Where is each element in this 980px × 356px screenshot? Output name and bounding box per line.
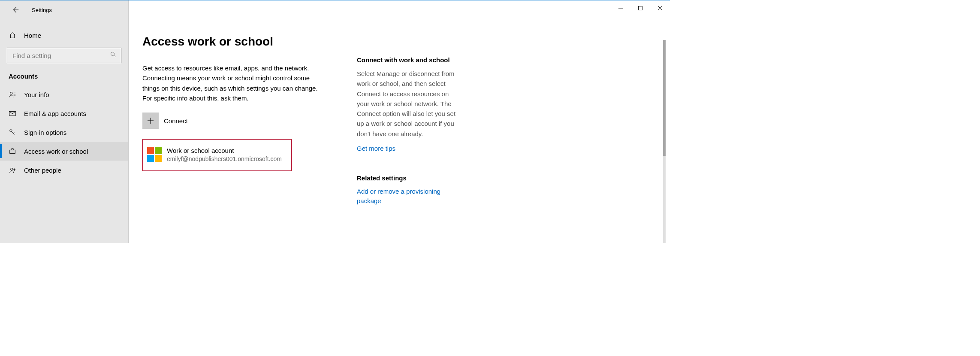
key-icon bbox=[9, 128, 16, 136]
sidebar-section-heading: Accounts bbox=[0, 63, 128, 83]
svg-rect-15 bbox=[10, 150, 15, 153]
sidebar-home-label: Home bbox=[24, 32, 41, 39]
close-button[interactable] bbox=[650, 1, 670, 15]
sidebar-item-label: Access work or school bbox=[24, 148, 88, 155]
person-icon bbox=[9, 91, 16, 98]
sidebar-item-label: Email & app accounts bbox=[24, 110, 86, 117]
sidebar-item-label: Other people bbox=[24, 167, 61, 174]
svg-point-16 bbox=[11, 168, 13, 170]
sidebar-item-label: Your info bbox=[24, 91, 49, 98]
sidebar-item-label: Sign-in options bbox=[24, 129, 66, 136]
maximize-button[interactable] bbox=[630, 1, 650, 15]
plus-icon bbox=[142, 113, 159, 129]
sidebar-item-other-people[interactable]: Other people bbox=[0, 161, 128, 180]
svg-point-5 bbox=[111, 52, 114, 55]
account-title: Work or school account bbox=[167, 146, 282, 155]
svg-line-6 bbox=[114, 55, 116, 57]
home-icon bbox=[9, 31, 16, 39]
scrollbar-thumb[interactable] bbox=[663, 40, 666, 156]
back-button[interactable] bbox=[9, 4, 21, 16]
account-entry[interactable]: Work or school account emilyf@nodpublish… bbox=[142, 139, 292, 171]
sidebar-item-access-work-school[interactable]: Access work or school bbox=[0, 142, 128, 161]
right-connect-heading: Connect with work and school bbox=[357, 56, 660, 64]
svg-line-13 bbox=[12, 131, 15, 134]
minimize-button[interactable] bbox=[611, 1, 630, 15]
sidebar-item-your-info[interactable]: Your info bbox=[0, 85, 128, 104]
sidebar-item-sign-in-options[interactable]: Sign-in options bbox=[0, 123, 128, 142]
mail-icon bbox=[9, 110, 16, 117]
right-pane: Connect with work and school Select Mana… bbox=[357, 35, 666, 243]
svg-line-14 bbox=[14, 133, 15, 134]
search-icon bbox=[110, 51, 117, 60]
svg-point-7 bbox=[10, 92, 12, 94]
sidebar-item-email-accounts[interactable]: Email & app accounts bbox=[0, 104, 128, 123]
sidebar-home[interactable]: Home bbox=[0, 25, 128, 45]
search-box[interactable] bbox=[7, 48, 121, 63]
people-icon bbox=[9, 166, 16, 174]
svg-rect-1 bbox=[639, 6, 642, 10]
account-email: emilyf@nodpublishers001.onmicrosoft.com bbox=[167, 155, 282, 163]
briefcase-icon bbox=[9, 147, 16, 155]
right-connect-text: Select Manage or disconnect from work or… bbox=[357, 69, 460, 139]
connect-label: Connect bbox=[164, 117, 188, 125]
search-input[interactable] bbox=[12, 52, 110, 60]
microsoft-logo-icon bbox=[147, 147, 162, 162]
related-settings-heading: Related settings bbox=[357, 174, 660, 182]
get-more-tips-link[interactable]: Get more tips bbox=[357, 145, 660, 152]
page-description: Get access to resources like email, apps… bbox=[142, 63, 323, 103]
window-title: Settings bbox=[32, 7, 52, 13]
page-title: Access work or school bbox=[142, 35, 357, 49]
provisioning-package-link[interactable]: Add or remove a provisioning package bbox=[357, 187, 451, 206]
connect-button[interactable]: Connect bbox=[142, 113, 357, 129]
sidebar: Settings Home Accounts bbox=[0, 0, 129, 243]
